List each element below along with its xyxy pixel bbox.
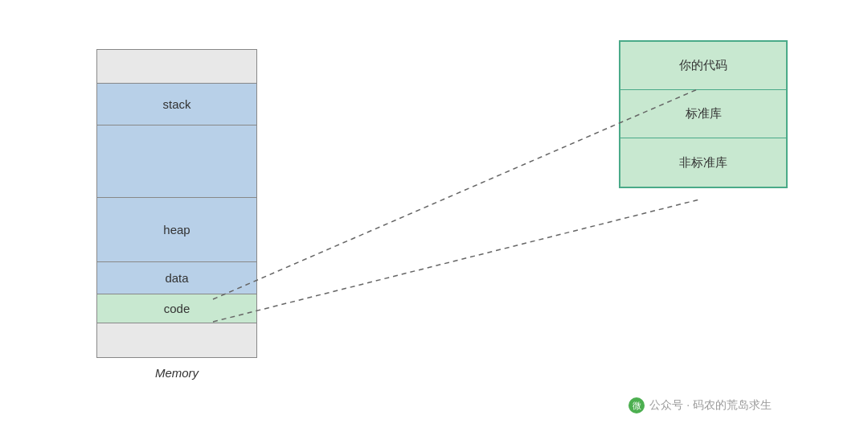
code-block-stdlib: 标准库 [620, 90, 786, 138]
nonstandard-label: 非标准库 [679, 155, 727, 171]
memory-stack: stack heap data code [96, 49, 257, 358]
mem-block-code: code [97, 294, 256, 323]
mem-block-heap: heap [97, 198, 256, 262]
dashed-line-bottom [213, 199, 699, 322]
code-block-yourcode: 你的代码 [620, 42, 786, 90]
stdlib-label: 标准库 [686, 106, 722, 121]
watermark: 微 公众号 · 码农的荒岛求生 [628, 397, 772, 413]
mem-block-top [97, 50, 256, 84]
watermark-text: 公众号 · 码农的荒岛求生 [649, 398, 772, 413]
diagram-container: stack heap data code Memory 你的代码 标准库 非标准… [0, 0, 868, 436]
wechat-icon: 微 [628, 397, 645, 413]
code-block-nonstandard: 非标准库 [620, 138, 786, 187]
heap-label: heap [163, 223, 190, 237]
code-label: code [164, 302, 190, 315]
mem-block-stack: stack [97, 84, 256, 125]
mem-block-data: data [97, 262, 256, 294]
mem-block-blue1 [97, 125, 256, 198]
memory-label: Memory [155, 366, 199, 380]
yourcode-label: 你的代码 [679, 58, 727, 73]
stack-label: stack [162, 97, 190, 111]
data-label: data [165, 271, 188, 285]
code-expanded-box: 你的代码 标准库 非标准库 [619, 40, 788, 188]
mem-block-bottom [97, 323, 256, 357]
memory-diagram: stack heap data code Memory [96, 49, 257, 380]
